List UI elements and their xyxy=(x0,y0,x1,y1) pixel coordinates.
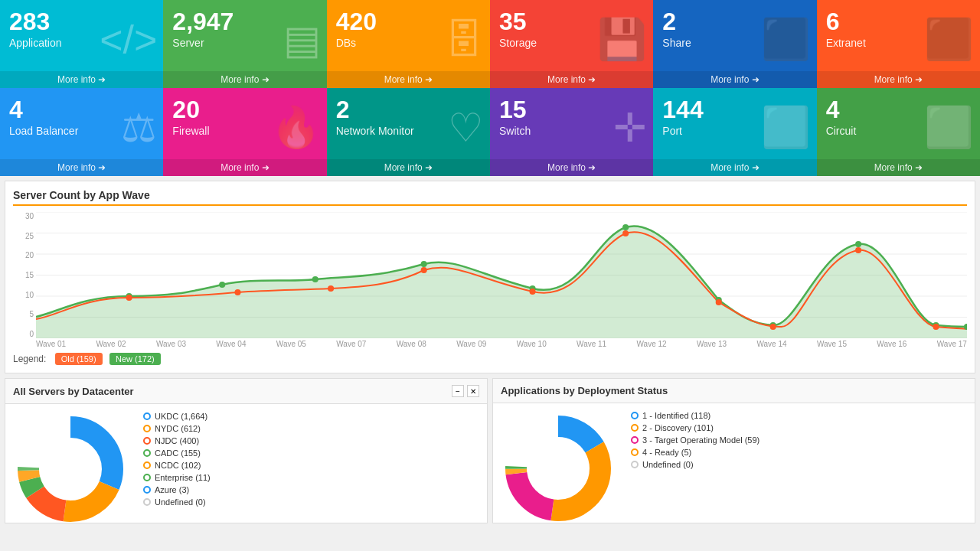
svg-point-18 xyxy=(126,295,132,301)
deployment-donut-chart xyxy=(501,411,623,514)
datacenter-donut-chart xyxy=(13,412,136,515)
deployment-donut-svg xyxy=(501,411,616,526)
svg-point-15 xyxy=(855,241,861,247)
nydc-dot xyxy=(143,425,151,432)
bottom-card-row: 4 Load Balancer ⚖ More info ➜ 20 Firewal… xyxy=(0,88,980,176)
bottom-panels: All Servers by Datacenter − ✕ xyxy=(5,378,975,523)
legend-new: New (172) xyxy=(109,353,161,365)
datacenter-panel-body: UKDC (1,664) NYDC (612) NJDC (400) CADC … xyxy=(5,404,487,523)
port-more[interactable]: More info ➜ xyxy=(653,159,816,176)
undefined-dc-dot xyxy=(143,498,151,506)
deployment-panel-body: 1 - Identified (118) 2 - Discovery (101)… xyxy=(493,403,975,522)
lb-more[interactable]: More info ➜ xyxy=(0,159,163,176)
y-label-20: 20 xyxy=(13,251,34,259)
discovery-dot xyxy=(631,424,639,432)
chart-section: Server Count by App Wave 30 25 20 15 10 … xyxy=(5,181,975,373)
y-label-0: 0 xyxy=(13,330,34,338)
y-label-30: 30 xyxy=(13,212,34,220)
cadc-dot xyxy=(143,449,151,457)
dbs-more[interactable]: More info ➜ xyxy=(327,71,490,88)
card-application: 283 Application </> More info ➜ xyxy=(0,0,163,88)
deployment-panel-title: Applications by Deployment Status xyxy=(501,385,668,396)
application-icon: </> xyxy=(100,17,157,63)
share-icon: ⬛ xyxy=(761,16,811,63)
sw-more[interactable]: More info ➜ xyxy=(490,159,653,176)
dbs-icon: 🗄 xyxy=(444,17,484,63)
svg-point-9 xyxy=(312,276,318,282)
y-label-10: 10 xyxy=(13,291,34,299)
svg-point-25 xyxy=(770,324,776,330)
card-networkmonitor: 2 Network Monitor ♡ More info ➜ xyxy=(327,88,490,176)
card-firewall: 20 Firewall 🔥 More info ➜ xyxy=(163,88,326,176)
y-label-25: 25 xyxy=(13,232,34,240)
fw-more[interactable]: More info ➜ xyxy=(163,159,326,176)
tom-dot xyxy=(631,436,639,444)
svg-point-24 xyxy=(716,299,722,305)
svg-point-21 xyxy=(421,267,427,273)
svg-point-10 xyxy=(421,261,427,267)
ukdc-dot xyxy=(143,412,151,420)
application-more[interactable]: More info ➜ xyxy=(0,71,163,88)
legend-ukdc: UKDC (1,664) xyxy=(143,412,479,421)
svg-point-27 xyxy=(933,324,939,330)
fw-icon: 🔥 xyxy=(271,104,321,151)
datacenter-panel-controls: − ✕ xyxy=(452,385,479,397)
storage-icon: 💾 xyxy=(597,16,647,63)
datacenter-legend: UKDC (1,664) NYDC (612) NJDC (400) CADC … xyxy=(136,412,479,515)
extranet-icon: ⬛ xyxy=(924,16,974,63)
undefined-dep-dot xyxy=(631,461,639,468)
circuit-more[interactable]: More info ➜ xyxy=(817,159,980,176)
svg-point-34 xyxy=(40,439,101,500)
deployment-panel-header: Applications by Deployment Status xyxy=(493,379,975,403)
legend-nydc: NYDC (612) xyxy=(143,424,479,433)
svg-point-20 xyxy=(328,285,334,292)
legend-discovery: 2 - Discovery (101) xyxy=(631,423,967,432)
datacenter-donut-svg xyxy=(13,412,128,527)
legend-azure: Azure (3) xyxy=(143,485,479,494)
datacenter-panel-title: All Servers by Datacenter xyxy=(13,386,134,397)
card-share: 2 Share ⬛ More info ➜ xyxy=(653,0,816,88)
y-label-15: 15 xyxy=(13,271,34,279)
card-dbs: 420 DBs 🗄 More info ➜ xyxy=(327,0,490,88)
enterprise-dot xyxy=(143,474,151,481)
card-switch: 15 Switch ✛ More info ➜ xyxy=(490,88,653,176)
svg-point-23 xyxy=(622,230,629,236)
card-port: 144 Port ⬜ More info ➜ xyxy=(653,88,816,176)
legend-identified: 1 - Identified (118) xyxy=(631,411,967,420)
legend-ready: 4 - Ready (5) xyxy=(631,448,967,457)
datacenter-close-button[interactable]: ✕ xyxy=(467,385,479,397)
deployment-panel: Applications by Deployment Status xyxy=(492,378,975,523)
y-label-5: 5 xyxy=(13,310,34,318)
storage-more[interactable]: More info ➜ xyxy=(490,71,653,88)
share-more[interactable]: More info ➜ xyxy=(653,71,816,88)
chart-legend: Legend: Old (159) New (172) xyxy=(13,353,967,365)
chart-title: Server Count by App Wave xyxy=(13,189,967,206)
legend-label: Legend: xyxy=(13,354,46,364)
azure-dot xyxy=(143,486,151,494)
chart-svg xyxy=(36,212,967,338)
njdc-dot xyxy=(143,437,151,445)
nm-more[interactable]: More info ➜ xyxy=(327,159,490,176)
datacenter-minimize-button[interactable]: − xyxy=(452,385,464,397)
legend-old: Old (159) xyxy=(55,353,103,365)
card-server: 2,947 Server ▤ More info ➜ xyxy=(163,0,326,88)
x-axis-labels: Wave 01 Wave 02 Wave 03 Wave 04 Wave 05 … xyxy=(13,340,967,348)
extranet-more[interactable]: More info ➜ xyxy=(817,71,980,88)
card-storage: 35 Storage 💾 More info ➜ xyxy=(490,0,653,88)
legend-tom: 3 - Target Operating Model (59) xyxy=(631,435,967,445)
card-extranet: 6 Extranet ⬛ More info ➜ xyxy=(817,0,980,88)
port-icon: ⬜ xyxy=(761,104,811,151)
sw-icon: ✛ xyxy=(613,105,647,151)
legend-enterprise: Enterprise (11) xyxy=(143,473,479,482)
nm-icon: ♡ xyxy=(448,105,484,151)
legend-undefined-dep: Undefined (0) xyxy=(631,460,967,469)
top-card-row: 283 Application </> More info ➜ 2,947 Se… xyxy=(0,0,980,88)
svg-point-12 xyxy=(622,224,629,230)
legend-ncdc: NCDC (102) xyxy=(143,461,479,470)
svg-point-26 xyxy=(855,247,861,253)
circuit-icon: ⬜ xyxy=(924,104,974,151)
ncdc-dot xyxy=(143,461,151,469)
svg-point-19 xyxy=(234,289,240,295)
server-more[interactable]: More info ➜ xyxy=(163,71,326,88)
deployment-legend: 1 - Identified (118) 2 - Discovery (101)… xyxy=(623,411,967,514)
